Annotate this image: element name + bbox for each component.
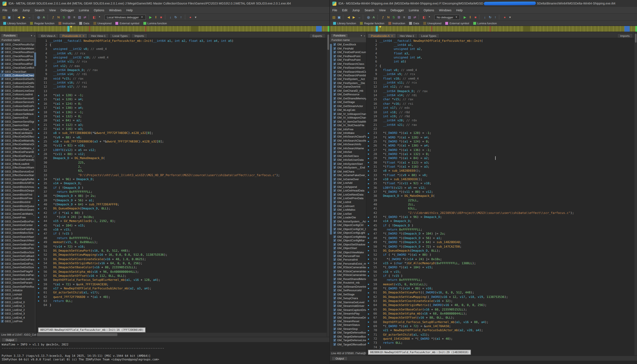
function-list-item[interactable]: fGEO_CollisionSetLineParam — [0, 108, 36, 112]
code-line[interactable]: 3 unsigned __int32 v8; // xmm0_4 — [37, 47, 327, 51]
code-line[interactable]: 21 __int64 v21; // rax — [367, 122, 634, 127]
function-list-item[interactable]: fGEO_GeomSetDotPos_or_GeomSetLineSize_ — [0, 262, 36, 266]
function-list-item[interactable]: fGEO_GeomFree — [0, 216, 36, 220]
function-list-item[interactable]: fGM_ListGetHeadData — [330, 189, 366, 192]
run-until-return-icon[interactable]: ↑ — [179, 15, 184, 20]
code-line[interactable]: 58 return 0xFFFFFFFFLL; — [367, 278, 634, 282]
code-line[interactable]: 11 __int64 v16; // rsi — [37, 80, 327, 85]
code-line[interactable]: ●23 *(_DWORD *)(a1 + 120) = -1; — [367, 131, 634, 135]
code-line[interactable]: ●51 DG_DmapackSetViewPort(v16, 0, 0, 512… — [37, 248, 327, 253]
code-line[interactable]: ●29 *(_DWORD *)(a1 + 84) = a2; — [367, 156, 634, 160]
editor-vertical-scrollbar[interactable] — [634, 32, 637, 356]
xrefs-icon[interactable]: ⇄ — [82, 15, 87, 20]
function-list-item[interactable]: fGM_StreamIsPlay — [330, 312, 366, 316]
function-list-item[interactable]: fGEO_DaemonStart — [0, 123, 36, 127]
tab-local-types[interactable]: Local Types — [109, 33, 131, 38]
scrollbar-thumb[interactable] — [635, 34, 636, 43]
function-list-item[interactable]: fGEO_CollisionLineCheckSimple — [0, 85, 36, 89]
code-line[interactable]: ●14 *(a1 + 120) = -1; — [37, 93, 327, 98]
menu-item-edit[interactable]: Edit — [10, 8, 20, 12]
function-list-item[interactable]: fGM_ListSet — [330, 212, 366, 216]
menu-item-jump[interactable]: Jump — [350, 8, 362, 12]
function-list-item[interactable]: fGEO_GeomSearchName — [0, 235, 36, 238]
panel-menu-icon[interactable]: ▾ — [31, 34, 32, 37]
code-line[interactable]: 17 int v17; // edx — [367, 106, 634, 110]
code-line[interactable]: ●55 *(_QWORD *)(a1 + 104) = v15; — [367, 265, 634, 270]
forward-icon[interactable]: ▶ — [351, 15, 356, 20]
code-line[interactable]: 22 — [367, 127, 634, 131]
scrollbar-thumb[interactable] — [330, 44, 332, 234]
function-list-item[interactable]: fGM_InfoSet — [330, 150, 366, 154]
code-line[interactable]: 20 __int64 v20; // rdx — [367, 118, 634, 122]
open-file-icon[interactable]: ▤ — [332, 15, 337, 20]
tab-pseudocode-a[interactable]: Pseudocode-A× — [59, 33, 87, 38]
code-line[interactable]: 74} — [367, 345, 634, 349]
function-list-item[interactable]: fGEO_ListFree — [0, 319, 36, 323]
names-window-icon[interactable]: N — [56, 15, 61, 20]
code-line[interactable]: ●34 v10 = sub_14820DEE0(); — [367, 177, 634, 181]
code-line[interactable]: ●36 LOBYTE(v12) = a5 == v12; — [367, 186, 634, 190]
horizontal-scrollbar[interactable] — [37, 332, 327, 337]
function-list-item[interactable]: fGM_ListInit — [330, 200, 366, 204]
pause-debugger-icon[interactable]: ‖ — [153, 15, 158, 20]
function-list-item[interactable]: fGM_IV_IsWeaponChanged_0 — [330, 116, 366, 120]
function-list-item[interactable]: fGM_ExecBlock — [330, 43, 366, 46]
function-list-item[interactable]: fGEO_EffectGetMatrix_mb — [0, 146, 36, 150]
function-list-item[interactable]: fGM_PersonalIsExist_mb — [330, 262, 366, 266]
tab-output[interactable]: Output — [2, 337, 18, 342]
function-list-item[interactable]: fGM_ObjectSetShadow — [330, 242, 366, 246]
function-list-item[interactable]: fGEO_EffectGetParamByName_mb — [0, 150, 36, 154]
step-over-icon[interactable]: ↻ — [173, 15, 178, 20]
code-line[interactable]: ●32 v8 = sub_14820DEE0(); — [367, 169, 634, 173]
code-line[interactable]: ●62 qword_7FF72F7966D0 = *(a1 + 40); — [37, 295, 327, 299]
code-line[interactable]: ●26 *(_WORD *)(a1 + 130) = a4; — [367, 144, 634, 148]
tab-local-types[interactable]: Local Types — [418, 33, 440, 38]
function-list-item[interactable]: fGM_GetSharedMemory — [330, 96, 366, 100]
function-list-item[interactable]: fGEO_ListEnd — [0, 296, 36, 300]
menu-item-view[interactable]: View — [47, 8, 58, 12]
code-line[interactable]: ●61 DG_DmapackSetViewPort((_DWORD)v16, 0… — [367, 290, 634, 295]
step-into-icon[interactable]: ↓ — [168, 15, 173, 20]
text-search-icon[interactable]: A — [371, 15, 376, 20]
code-line[interactable]: 10 float v10; // xmm0_4 — [367, 76, 634, 80]
code-line[interactable]: ●51 DG_QueueDmapack(Dmapack_D, 0LL); — [367, 248, 634, 253]
code-line[interactable]: ●33 *(float *)(v9 + 88) = v8; — [367, 173, 634, 177]
function-list-item[interactable]: fGEO_CheckSetConflictMask — [0, 66, 36, 70]
code-line[interactable]: ●17 *(a1 + 130) = a4; — [37, 106, 327, 110]
code-line[interactable]: 6 __int64 v11; // rcx — [37, 60, 327, 64]
code-line[interactable]: 2 __int64 a1, — [367, 43, 634, 47]
code-line[interactable]: ●52 if ( *(_DWORD *)(a1 + 80) ) — [367, 253, 634, 257]
function-list-item[interactable]: fGEO_CollisionSetMask — [0, 112, 36, 116]
function-list-item[interactable]: fGM_ListAppend — [330, 185, 366, 189]
function-list-item[interactable]: fGEO_GeomSetLineParam — [0, 273, 36, 277]
function-list-item[interactable]: fGM_PersonalFree — [330, 254, 366, 258]
pseudocode-view[interactable]: 1__int64 __fastcall NewDepthOfField_FarF… — [37, 38, 327, 332]
function-list-item[interactable]: fGEO_CollisionServiceEnd — [0, 96, 36, 100]
names-window-icon[interactable]: N — [386, 15, 391, 20]
code-line[interactable]: ●61 GV_actorSetChild(a1, v17); — [37, 290, 327, 295]
code-line[interactable]: ●59 *(a1 + 72) = &unk_7FF72E4AC830; — [37, 282, 327, 286]
function-list-item[interactable]: fGM_SetResourceId — [330, 288, 366, 292]
function-list-item[interactable]: fGEO_CollisionServiceStart — [0, 100, 36, 104]
code-line[interactable]: ●35 *(float *)(v11 + 92) = v10; — [367, 181, 634, 186]
code-line[interactable]: 11 __int64 v11; // rcx — [367, 80, 634, 85]
function-list-item[interactable]: fGEO_DaemonSendSignal — [0, 120, 36, 123]
function-list-item[interactable]: fGEO_CollisionSetDotParam — [0, 104, 36, 108]
function-list-item[interactable]: fGEO_ListEnd_1 — [0, 304, 36, 308]
function-list-item[interactable]: fGM_FindSystem__Die — [330, 81, 366, 85]
segments-icon[interactable]: ▥ — [407, 15, 412, 20]
pseudocode-view[interactable]: 1__int64 __fastcall NewDepthOfField_FarF… — [367, 38, 634, 356]
navigation-band[interactable] — [0, 26, 330, 32]
code-line[interactable]: ●71 GV_actorSetChild(a1, v21); — [367, 332, 634, 337]
code-line[interactable]: ●45 if ( !Dmapack_D ) — [367, 223, 634, 228]
function-list-item[interactable]: fGEO_GeomBlockFind — [0, 192, 36, 196]
function-list-item[interactable]: fGM_GetStage — [330, 100, 366, 104]
code-line[interactable]: ●47 if ( !v15 ) — [37, 232, 327, 236]
code-line[interactable]: ●22 *(a1 + 116) = a3; — [37, 127, 327, 131]
code-line[interactable]: ●65 DG_DmapackSetBaseColor(v16 + 60, 215… — [367, 307, 634, 312]
code-line[interactable]: ●23 v8 = sub_7FF72DEB0030(*&dword_7FF72F… — [37, 131, 327, 135]
function-list-item[interactable]: fGM_StreamStatus — [330, 323, 366, 327]
disassembly-view-icon[interactable]: ▣ — [337, 15, 342, 20]
code-line[interactable]: 12 __int64 v17; // rax — [37, 85, 327, 89]
code-line[interactable]: ●59 memset(v15, 0, 0x51CuLL); — [367, 282, 634, 286]
